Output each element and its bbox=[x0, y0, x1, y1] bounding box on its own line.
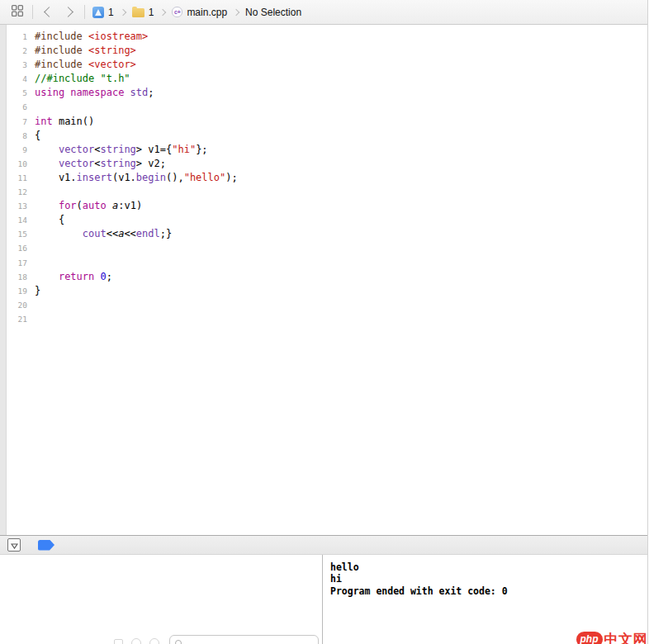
line-number[interactable]: 16 bbox=[0, 241, 27, 255]
token-typ: vector bbox=[59, 144, 94, 155]
code-line[interactable]: 18 return 0; bbox=[0, 270, 647, 284]
source-editor[interactable]: 1#include <iostream>2#include <string>3#… bbox=[0, 25, 647, 535]
token-pln bbox=[107, 200, 112, 211]
line-number[interactable]: 21 bbox=[0, 312, 27, 326]
line-number[interactable]: 13 bbox=[0, 199, 27, 213]
token-pln: { bbox=[35, 214, 64, 225]
line-number[interactable]: 10 bbox=[0, 157, 27, 171]
line-number[interactable]: 3 bbox=[0, 58, 27, 72]
line-number[interactable]: 6 bbox=[0, 100, 27, 114]
debug-bar bbox=[0, 535, 647, 555]
code-line[interactable]: 17 bbox=[0, 256, 647, 270]
line-number[interactable]: 19 bbox=[0, 284, 27, 298]
breadcrumb-item-file[interactable]: c+main.cpp bbox=[172, 7, 227, 18]
code-text: cout<<a<<endl;} bbox=[35, 227, 172, 241]
breadcrumb-separator-icon bbox=[233, 8, 239, 15]
breadcrumb-label: main.cpp bbox=[187, 7, 227, 18]
filter-magnifier-icon bbox=[175, 640, 182, 644]
toolbar-circle-icon[interactable] bbox=[149, 638, 159, 644]
code-line[interactable]: 20 bbox=[0, 298, 647, 312]
token-pln: }; bbox=[196, 144, 207, 155]
token-typ: std bbox=[130, 87, 149, 98]
line-number[interactable]: 1 bbox=[0, 30, 27, 44]
toolbar-square-icon[interactable] bbox=[114, 639, 123, 644]
breakpoints-toggle-button[interactable] bbox=[38, 540, 54, 551]
code-line[interactable]: 13 for(auto a:v1) bbox=[0, 199, 647, 213]
line-number[interactable]: 17 bbox=[0, 256, 27, 270]
code-line[interactable]: 8{ bbox=[0, 129, 647, 143]
code-text: vector<string> v1={"hi"}; bbox=[35, 143, 208, 157]
code-line[interactable]: 7int main() bbox=[0, 115, 647, 129]
code-line[interactable]: 1#include <iostream> bbox=[0, 30, 647, 44]
code-line[interactable]: 15 cout<<a<<endl;} bbox=[0, 227, 647, 241]
line-number[interactable]: 5 bbox=[0, 86, 27, 100]
toolbar-circle-icon[interactable] bbox=[131, 638, 141, 644]
token-pln: ; bbox=[107, 271, 112, 282]
line-number[interactable]: 20 bbox=[0, 298, 27, 312]
code-line[interactable]: 2#include <string> bbox=[0, 44, 647, 58]
code-line[interactable]: 11 v1.insert(v1.begin(),"hello"); bbox=[0, 171, 647, 185]
line-number[interactable]: 12 bbox=[0, 185, 27, 199]
code-line[interactable]: 10 vector<string> v2; bbox=[0, 157, 647, 171]
php-cn-watermark: php 中文网 bbox=[576, 630, 648, 644]
console-line: hello bbox=[330, 561, 642, 573]
line-number[interactable]: 8 bbox=[0, 129, 27, 143]
php-badge: php bbox=[576, 632, 603, 644]
token-pln bbox=[35, 200, 59, 211]
navigate-forward-button[interactable] bbox=[59, 3, 80, 21]
line-number[interactable]: 2 bbox=[0, 44, 27, 58]
breadcrumb-separator-icon bbox=[119, 8, 126, 15]
related-items-button[interactable] bbox=[7, 3, 28, 21]
token-typ: vector bbox=[59, 158, 94, 169]
code-rows: 1#include <iostream>2#include <string>3#… bbox=[0, 30, 647, 326]
token-kw: int bbox=[35, 116, 53, 127]
token-typ: cout bbox=[83, 228, 107, 239]
hide-debug-area-button[interactable] bbox=[7, 538, 21, 552]
token-typ: insert bbox=[77, 172, 112, 183]
triangle-down-in-square-icon bbox=[11, 537, 18, 552]
code-text: //#include "t.h" bbox=[35, 72, 130, 86]
breadcrumb-label: 1 bbox=[149, 7, 154, 18]
token-pln: (), bbox=[166, 172, 184, 183]
code-line[interactable]: 6 bbox=[0, 100, 647, 114]
token-pln: v1. bbox=[35, 172, 77, 183]
line-number[interactable]: 15 bbox=[0, 227, 27, 241]
code-text: vector<string> v2; bbox=[35, 157, 166, 171]
code-text: } bbox=[35, 284, 40, 298]
line-number[interactable]: 11 bbox=[0, 171, 27, 185]
breadcrumb-item-selection[interactable]: No Selection bbox=[245, 7, 301, 18]
code-line[interactable]: 21 bbox=[0, 312, 647, 326]
code-text: #include <string> bbox=[35, 44, 136, 58]
folder-icon bbox=[132, 8, 144, 17]
code-line[interactable]: 14 { bbox=[0, 213, 647, 227]
code-text: v1.insert(v1.begin(),"hello"); bbox=[35, 171, 238, 185]
divider bbox=[84, 5, 85, 19]
token-pln: > v2; bbox=[136, 158, 166, 169]
breadcrumb-item-project[interactable]: 1 bbox=[92, 7, 114, 18]
navigate-back-button[interactable] bbox=[37, 3, 59, 21]
chevron-left-icon bbox=[44, 7, 54, 17]
jump-bar: 11c+main.cppNo Selection bbox=[0, 0, 647, 25]
code-line[interactable]: 3#include <vector> bbox=[0, 58, 647, 72]
token-str: "hello" bbox=[184, 172, 226, 183]
code-line[interactable]: 19} bbox=[0, 284, 647, 298]
code-line[interactable]: 12 bbox=[0, 185, 647, 199]
token-cmt: //#include "t.h" bbox=[35, 73, 130, 84]
code-line[interactable]: 9 vector<string> v1={"hi"}; bbox=[0, 143, 647, 157]
variables-filter-field[interactable] bbox=[169, 635, 319, 644]
line-number[interactable]: 14 bbox=[0, 213, 27, 227]
token-pln: < bbox=[94, 158, 100, 169]
token-pln: << bbox=[124, 228, 135, 239]
code-line[interactable]: 4//#include "t.h" bbox=[0, 72, 647, 86]
line-number[interactable]: 7 bbox=[0, 115, 27, 129]
line-number[interactable]: 4 bbox=[0, 72, 27, 86]
code-text: for(auto a:v1) bbox=[35, 199, 142, 213]
line-number[interactable]: 18 bbox=[0, 270, 27, 284]
token-pln bbox=[35, 144, 59, 155]
variables-view-toolbar bbox=[0, 635, 169, 644]
line-number[interactable]: 9 bbox=[0, 143, 27, 157]
breadcrumb: 11c+main.cppNo Selection bbox=[92, 7, 301, 18]
code-line[interactable]: 16 bbox=[0, 241, 647, 255]
breadcrumb-item-group[interactable]: 1 bbox=[132, 7, 154, 18]
code-line[interactable]: 5using namespace std; bbox=[0, 86, 647, 100]
